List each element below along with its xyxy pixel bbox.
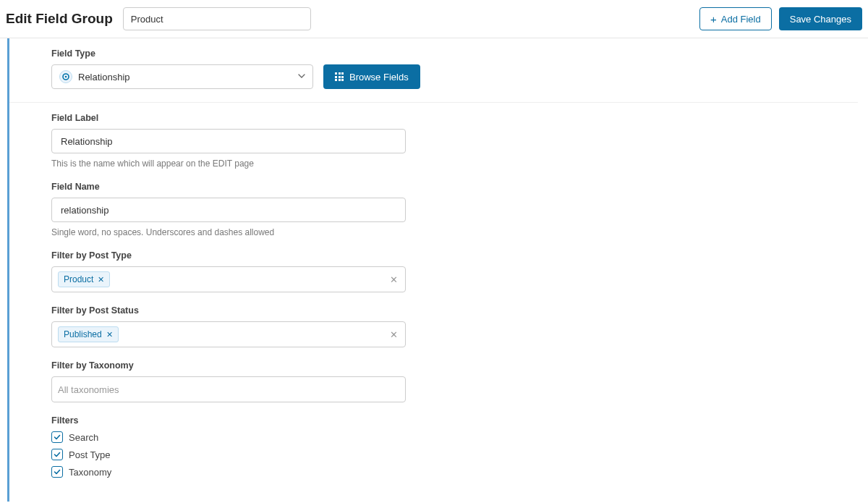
filter-item-label: Search	[69, 432, 98, 443]
filter-post-type-section: Filter by Post Type Product ✕ ✕	[9, 243, 858, 298]
filter-taxonomy-placeholder[interactable]	[58, 384, 399, 395]
remove-tag-icon[interactable]: ✕	[98, 275, 104, 284]
filter-post-type-input[interactable]: Product ✕ ✕	[51, 266, 406, 292]
tag-post-status: Published ✕	[58, 326, 119, 342]
page-title: Edit Field Group	[6, 11, 113, 27]
filter-taxonomy-label: Filter by Taxonomy	[51, 360, 858, 371]
field-type-selected: Relationship	[78, 72, 292, 83]
svg-point-1	[65, 76, 67, 78]
group-name-input[interactable]	[123, 7, 311, 30]
field-name-help: Single word, no spaces. Underscores and …	[51, 227, 858, 237]
header: Edit Field Group + Add Field Save Change…	[0, 0, 868, 38]
field-name-heading: Field Name	[51, 182, 858, 192]
grid-icon	[335, 72, 344, 81]
field-label-heading: Field Label	[51, 113, 858, 123]
filter-post-type-label: Filter by Post Type	[51, 250, 858, 261]
add-field-button[interactable]: + Add Field	[699, 7, 772, 30]
add-field-label: Add Field	[721, 14, 761, 25]
filter-taxonomy-input[interactable]	[51, 376, 406, 402]
relationship-type-icon	[59, 70, 72, 83]
filter-check-post-type: Post Type	[51, 449, 858, 460]
tag-label: Product	[64, 274, 93, 284]
filters-heading: Filters	[51, 415, 858, 426]
save-changes-label: Save Changes	[790, 14, 851, 25]
field-label-input[interactable]	[51, 129, 406, 153]
field-type-section: Field Type Relationship	[9, 38, 858, 103]
browse-fields-label: Browse Fields	[349, 72, 409, 83]
filter-check-search: Search	[51, 431, 858, 443]
filter-check-taxonomy: Taxonomy	[51, 466, 858, 478]
tag-label: Published	[64, 329, 102, 339]
field-name-section: Field Name Single word, no spaces. Under…	[9, 174, 858, 243]
clear-post-type-icon[interactable]: ✕	[390, 274, 398, 285]
remove-tag-icon[interactable]: ✕	[106, 330, 113, 339]
filter-post-status-input[interactable]: Published ✕ ✕	[51, 321, 406, 347]
save-changes-button[interactable]: Save Changes	[779, 7, 862, 30]
filter-taxonomy-section: Filter by Taxonomy	[9, 353, 858, 408]
chevron-down-icon	[298, 72, 305, 81]
field-name-input[interactable]	[51, 198, 406, 222]
plus-icon: +	[710, 14, 717, 25]
checkbox-taxonomy[interactable]	[51, 466, 63, 478]
checkbox-post-type[interactable]	[51, 449, 63, 460]
filter-post-status-section: Filter by Post Status Published ✕ ✕	[9, 298, 858, 353]
checkbox-search[interactable]	[51, 431, 63, 443]
clear-post-status-icon[interactable]: ✕	[390, 329, 398, 340]
filter-post-status-label: Filter by Post Status	[51, 305, 858, 316]
browse-fields-button[interactable]: Browse Fields	[323, 64, 420, 89]
field-type-select[interactable]: Relationship	[51, 64, 313, 89]
field-label-section: Field Label This is the name which will …	[9, 103, 858, 174]
tag-post-type: Product ✕	[58, 271, 110, 287]
field-label-help: This is the name which will appear on th…	[51, 158, 858, 169]
header-actions: + Add Field Save Changes	[699, 7, 862, 30]
filter-item-label: Taxonomy	[69, 467, 111, 478]
filter-item-label: Post Type	[69, 449, 111, 460]
field-type-label: Field Type	[51, 48, 858, 59]
filters-section: Filters Search Post Type Taxonomy	[9, 408, 858, 496]
